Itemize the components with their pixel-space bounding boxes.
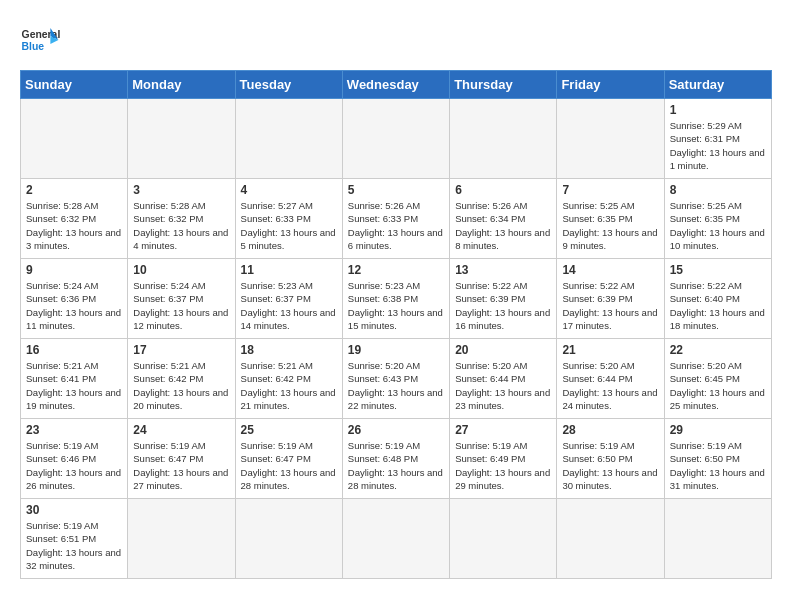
day-number: 21 bbox=[562, 343, 658, 357]
calendar-cell bbox=[21, 99, 128, 179]
day-number: 8 bbox=[670, 183, 766, 197]
day-number: 23 bbox=[26, 423, 122, 437]
day-info: Sunrise: 5:28 AM Sunset: 6:32 PM Dayligh… bbox=[133, 199, 229, 252]
day-info: Sunrise: 5:25 AM Sunset: 6:35 PM Dayligh… bbox=[670, 199, 766, 252]
day-info: Sunrise: 5:22 AM Sunset: 6:40 PM Dayligh… bbox=[670, 279, 766, 332]
day-info: Sunrise: 5:21 AM Sunset: 6:42 PM Dayligh… bbox=[133, 359, 229, 412]
calendar-cell: 28Sunrise: 5:19 AM Sunset: 6:50 PM Dayli… bbox=[557, 419, 664, 499]
calendar-week-row: 2Sunrise: 5:28 AM Sunset: 6:32 PM Daylig… bbox=[21, 179, 772, 259]
calendar-day-header: Wednesday bbox=[342, 71, 449, 99]
calendar-week-row: 16Sunrise: 5:21 AM Sunset: 6:41 PM Dayli… bbox=[21, 339, 772, 419]
calendar-cell: 18Sunrise: 5:21 AM Sunset: 6:42 PM Dayli… bbox=[235, 339, 342, 419]
day-number: 18 bbox=[241, 343, 337, 357]
calendar-cell: 9Sunrise: 5:24 AM Sunset: 6:36 PM Daylig… bbox=[21, 259, 128, 339]
calendar-cell: 23Sunrise: 5:19 AM Sunset: 6:46 PM Dayli… bbox=[21, 419, 128, 499]
calendar-cell: 27Sunrise: 5:19 AM Sunset: 6:49 PM Dayli… bbox=[450, 419, 557, 499]
calendar-cell: 29Sunrise: 5:19 AM Sunset: 6:50 PM Dayli… bbox=[664, 419, 771, 499]
calendar-cell: 24Sunrise: 5:19 AM Sunset: 6:47 PM Dayli… bbox=[128, 419, 235, 499]
calendar-cell: 16Sunrise: 5:21 AM Sunset: 6:41 PM Dayli… bbox=[21, 339, 128, 419]
day-number: 29 bbox=[670, 423, 766, 437]
calendar-day-header: Thursday bbox=[450, 71, 557, 99]
calendar-day-header: Sunday bbox=[21, 71, 128, 99]
calendar-cell: 1Sunrise: 5:29 AM Sunset: 6:31 PM Daylig… bbox=[664, 99, 771, 179]
calendar-cell bbox=[128, 99, 235, 179]
day-info: Sunrise: 5:21 AM Sunset: 6:42 PM Dayligh… bbox=[241, 359, 337, 412]
day-number: 16 bbox=[26, 343, 122, 357]
calendar-day-header: Saturday bbox=[664, 71, 771, 99]
calendar-day-header: Friday bbox=[557, 71, 664, 99]
day-number: 15 bbox=[670, 263, 766, 277]
day-number: 26 bbox=[348, 423, 444, 437]
calendar-cell: 3Sunrise: 5:28 AM Sunset: 6:32 PM Daylig… bbox=[128, 179, 235, 259]
day-info: Sunrise: 5:26 AM Sunset: 6:33 PM Dayligh… bbox=[348, 199, 444, 252]
day-info: Sunrise: 5:19 AM Sunset: 6:46 PM Dayligh… bbox=[26, 439, 122, 492]
calendar-cell: 20Sunrise: 5:20 AM Sunset: 6:44 PM Dayli… bbox=[450, 339, 557, 419]
day-info: Sunrise: 5:25 AM Sunset: 6:35 PM Dayligh… bbox=[562, 199, 658, 252]
calendar-cell: 2Sunrise: 5:28 AM Sunset: 6:32 PM Daylig… bbox=[21, 179, 128, 259]
calendar-cell: 13Sunrise: 5:22 AM Sunset: 6:39 PM Dayli… bbox=[450, 259, 557, 339]
calendar-week-row: 1Sunrise: 5:29 AM Sunset: 6:31 PM Daylig… bbox=[21, 99, 772, 179]
day-number: 24 bbox=[133, 423, 229, 437]
day-number: 28 bbox=[562, 423, 658, 437]
day-info: Sunrise: 5:22 AM Sunset: 6:39 PM Dayligh… bbox=[562, 279, 658, 332]
day-info: Sunrise: 5:19 AM Sunset: 6:47 PM Dayligh… bbox=[241, 439, 337, 492]
calendar-day-header: Tuesday bbox=[235, 71, 342, 99]
day-number: 4 bbox=[241, 183, 337, 197]
day-number: 3 bbox=[133, 183, 229, 197]
calendar-week-row: 30Sunrise: 5:19 AM Sunset: 6:51 PM Dayli… bbox=[21, 499, 772, 579]
calendar-cell: 7Sunrise: 5:25 AM Sunset: 6:35 PM Daylig… bbox=[557, 179, 664, 259]
calendar-cell: 30Sunrise: 5:19 AM Sunset: 6:51 PM Dayli… bbox=[21, 499, 128, 579]
day-info: Sunrise: 5:19 AM Sunset: 6:50 PM Dayligh… bbox=[670, 439, 766, 492]
day-number: 19 bbox=[348, 343, 444, 357]
page-header: General Blue bbox=[20, 20, 772, 60]
day-number: 5 bbox=[348, 183, 444, 197]
day-info: Sunrise: 5:26 AM Sunset: 6:34 PM Dayligh… bbox=[455, 199, 551, 252]
calendar-cell: 22Sunrise: 5:20 AM Sunset: 6:45 PM Dayli… bbox=[664, 339, 771, 419]
day-number: 14 bbox=[562, 263, 658, 277]
day-info: Sunrise: 5:28 AM Sunset: 6:32 PM Dayligh… bbox=[26, 199, 122, 252]
calendar-cell: 25Sunrise: 5:19 AM Sunset: 6:47 PM Dayli… bbox=[235, 419, 342, 499]
calendar-cell bbox=[450, 499, 557, 579]
day-info: Sunrise: 5:20 AM Sunset: 6:44 PM Dayligh… bbox=[455, 359, 551, 412]
calendar-cell: 8Sunrise: 5:25 AM Sunset: 6:35 PM Daylig… bbox=[664, 179, 771, 259]
svg-text:Blue: Blue bbox=[22, 41, 45, 52]
day-info: Sunrise: 5:19 AM Sunset: 6:49 PM Dayligh… bbox=[455, 439, 551, 492]
day-info: Sunrise: 5:21 AM Sunset: 6:41 PM Dayligh… bbox=[26, 359, 122, 412]
calendar-body: 1Sunrise: 5:29 AM Sunset: 6:31 PM Daylig… bbox=[21, 99, 772, 579]
calendar-cell: 21Sunrise: 5:20 AM Sunset: 6:44 PM Dayli… bbox=[557, 339, 664, 419]
day-info: Sunrise: 5:29 AM Sunset: 6:31 PM Dayligh… bbox=[670, 119, 766, 172]
day-number: 6 bbox=[455, 183, 551, 197]
day-info: Sunrise: 5:19 AM Sunset: 6:47 PM Dayligh… bbox=[133, 439, 229, 492]
day-number: 9 bbox=[26, 263, 122, 277]
day-info: Sunrise: 5:20 AM Sunset: 6:43 PM Dayligh… bbox=[348, 359, 444, 412]
calendar-cell bbox=[342, 99, 449, 179]
calendar-cell: 10Sunrise: 5:24 AM Sunset: 6:37 PM Dayli… bbox=[128, 259, 235, 339]
day-info: Sunrise: 5:23 AM Sunset: 6:38 PM Dayligh… bbox=[348, 279, 444, 332]
day-info: Sunrise: 5:22 AM Sunset: 6:39 PM Dayligh… bbox=[455, 279, 551, 332]
day-info: Sunrise: 5:27 AM Sunset: 6:33 PM Dayligh… bbox=[241, 199, 337, 252]
day-info: Sunrise: 5:19 AM Sunset: 6:50 PM Dayligh… bbox=[562, 439, 658, 492]
calendar-cell: 26Sunrise: 5:19 AM Sunset: 6:48 PM Dayli… bbox=[342, 419, 449, 499]
day-number: 22 bbox=[670, 343, 766, 357]
day-number: 17 bbox=[133, 343, 229, 357]
day-info: Sunrise: 5:20 AM Sunset: 6:44 PM Dayligh… bbox=[562, 359, 658, 412]
day-number: 20 bbox=[455, 343, 551, 357]
day-info: Sunrise: 5:20 AM Sunset: 6:45 PM Dayligh… bbox=[670, 359, 766, 412]
calendar-cell: 15Sunrise: 5:22 AM Sunset: 6:40 PM Dayli… bbox=[664, 259, 771, 339]
calendar-cell bbox=[235, 499, 342, 579]
day-number: 2 bbox=[26, 183, 122, 197]
calendar-cell: 19Sunrise: 5:20 AM Sunset: 6:43 PM Dayli… bbox=[342, 339, 449, 419]
day-number: 7 bbox=[562, 183, 658, 197]
calendar-cell: 17Sunrise: 5:21 AM Sunset: 6:42 PM Dayli… bbox=[128, 339, 235, 419]
calendar-cell: 4Sunrise: 5:27 AM Sunset: 6:33 PM Daylig… bbox=[235, 179, 342, 259]
calendar-table: SundayMondayTuesdayWednesdayThursdayFrid… bbox=[20, 70, 772, 579]
calendar-cell: 6Sunrise: 5:26 AM Sunset: 6:34 PM Daylig… bbox=[450, 179, 557, 259]
day-number: 30 bbox=[26, 503, 122, 517]
day-info: Sunrise: 5:24 AM Sunset: 6:37 PM Dayligh… bbox=[133, 279, 229, 332]
day-info: Sunrise: 5:19 AM Sunset: 6:51 PM Dayligh… bbox=[26, 519, 122, 572]
logo: General Blue bbox=[20, 20, 60, 60]
day-number: 11 bbox=[241, 263, 337, 277]
day-number: 27 bbox=[455, 423, 551, 437]
calendar-cell bbox=[450, 99, 557, 179]
day-number: 10 bbox=[133, 263, 229, 277]
